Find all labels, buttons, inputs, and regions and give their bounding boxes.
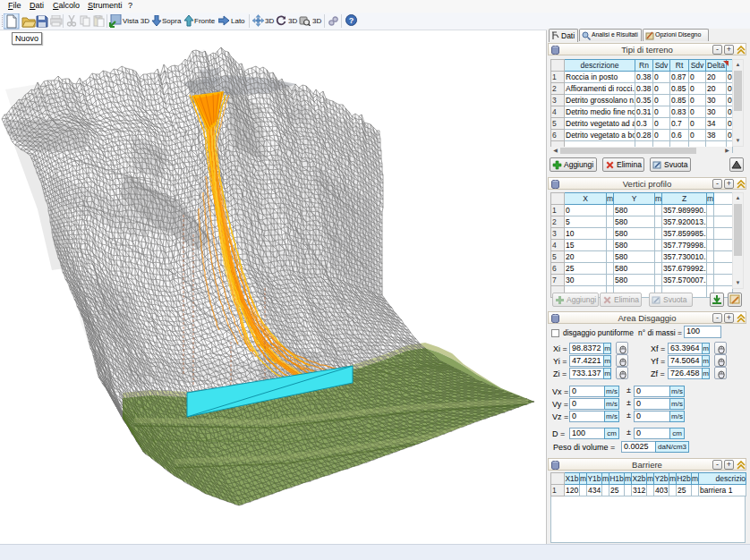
svg-text:?: ? (349, 16, 354, 25)
